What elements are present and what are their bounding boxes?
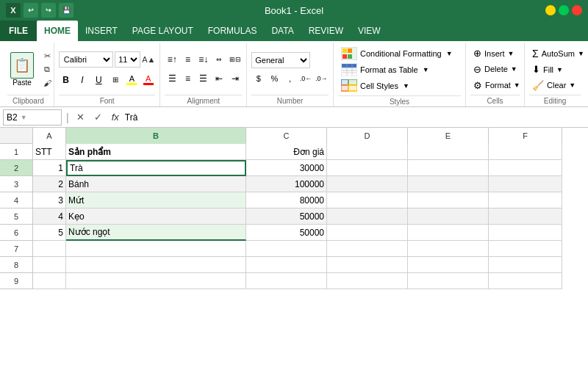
cell-4-d[interactable] <box>327 192 408 208</box>
underline-button[interactable]: U <box>92 72 106 88</box>
align-bottom-btn[interactable]: ≡↓ <box>196 51 210 68</box>
cell-ref-dropdown[interactable]: ▼ <box>21 114 27 121</box>
insert-dropdown[interactable]: ▼ <box>508 50 514 57</box>
cell-3-b[interactable]: Bánh <box>66 176 246 192</box>
cell-reference-box[interactable]: B2 ▼ <box>3 109 62 126</box>
cell-3-c[interactable]: 100000 <box>246 176 327 192</box>
format-painter-button[interactable]: 🖌 <box>40 77 54 89</box>
tab-view[interactable]: VIEW <box>351 21 388 41</box>
font-name-select[interactable]: Calibri <box>59 51 113 68</box>
number-format-select[interactable]: General <box>251 52 310 68</box>
tab-page-layout[interactable]: PAGE LAYOUT <box>125 21 201 41</box>
formula-input[interactable] <box>125 112 585 123</box>
tab-formulas[interactable]: FORMULAS <box>201 21 265 41</box>
insert-cells-button[interactable]: ⊕ Insert ▼ <box>470 46 520 60</box>
maximize-btn[interactable] <box>559 5 569 15</box>
cell-1-e[interactable] <box>408 144 489 160</box>
cell-8-d[interactable] <box>327 257 408 273</box>
decrease-indent-btn[interactable]: ⇤ <box>212 70 226 87</box>
cell-6-e[interactable] <box>408 225 489 241</box>
cell-3-e[interactable] <box>408 176 489 192</box>
cell-2-f[interactable] <box>489 160 562 176</box>
cell-7-c[interactable] <box>246 241 327 257</box>
col-header-f[interactable]: F <box>489 128 562 144</box>
cell-6-c[interactable]: 50000 <box>246 225 327 241</box>
cell-1-c[interactable]: Đơn giá <box>246 144 327 160</box>
cell-7-f[interactable] <box>489 241 562 257</box>
cell-5-d[interactable] <box>327 208 408 225</box>
italic-button[interactable]: I <box>75 72 89 88</box>
cell-8-b[interactable] <box>66 257 246 273</box>
format-dropdown[interactable]: ▼ <box>514 81 520 89</box>
cell-5-b[interactable]: Kẹo <box>66 208 246 225</box>
cell-5-c[interactable]: 50000 <box>246 208 327 225</box>
cell-8-f[interactable] <box>489 257 562 273</box>
cell-5-e[interactable] <box>408 208 489 225</box>
cell-3-a[interactable]: 2 <box>33 176 66 192</box>
align-center-btn[interactable]: ≡ <box>181 70 195 87</box>
border-button[interactable]: ⊞ <box>108 72 122 88</box>
fat-dropdown-icon[interactable]: ▼ <box>423 66 429 73</box>
undo-icon[interactable]: ↩ <box>24 3 38 18</box>
cell-4-a[interactable]: 3 <box>33 192 66 208</box>
minimize-btn[interactable] <box>545 5 556 15</box>
cell-3-d[interactable] <box>327 176 408 192</box>
format-cells-button[interactable]: ⚙ Format ▼ <box>470 79 520 92</box>
cell-6-a[interactable]: 5 <box>33 225 66 241</box>
delete-dropdown[interactable]: ▼ <box>511 65 517 73</box>
cell-9-e[interactable] <box>408 273 489 289</box>
clear-button[interactable]: 🧹 Clear ▼ <box>529 79 581 92</box>
tab-review[interactable]: REVIEW <box>301 21 351 41</box>
cell-5-a[interactable]: 4 <box>33 208 66 225</box>
cell-5-f[interactable] <box>489 208 562 225</box>
cell-8-c[interactable] <box>246 257 327 273</box>
cell-4-c[interactable]: 80000 <box>246 192 327 208</box>
confirm-formula-btn[interactable]: ✓ <box>91 112 106 123</box>
col-header-e[interactable]: E <box>408 128 489 144</box>
cell-6-b[interactable]: Nước ngọt <box>66 225 246 241</box>
increase-indent-btn[interactable]: ⇥ <box>228 70 242 87</box>
cell-6-f[interactable] <box>489 225 562 241</box>
conditional-formatting-button[interactable]: Conditional Formatting ▼ <box>338 46 461 62</box>
cancel-formula-btn[interactable]: ✕ <box>74 112 88 123</box>
font-color-button[interactable]: A <box>141 72 155 88</box>
cell-2-e[interactable] <box>408 160 489 176</box>
copy-button[interactable]: ⧉ <box>40 64 54 76</box>
cf-dropdown-icon[interactable]: ▼ <box>446 50 453 57</box>
cell-2-d[interactable] <box>327 160 408 176</box>
align-right-btn[interactable]: ☰ <box>196 70 210 87</box>
cell-8-a[interactable] <box>33 257 66 273</box>
currency-btn[interactable]: $ <box>251 70 265 87</box>
cell-7-b[interactable] <box>66 241 246 257</box>
cell-1-d[interactable] <box>327 144 408 160</box>
tab-data[interactable]: DATA <box>264 21 301 41</box>
cell-7-e[interactable] <box>408 241 489 257</box>
tab-home[interactable]: HOME <box>37 21 78 41</box>
close-btn[interactable] <box>572 5 582 15</box>
cell-9-c[interactable] <box>246 273 327 289</box>
col-header-a[interactable]: A <box>33 128 66 144</box>
increase-decimal-btn[interactable]: .0→ <box>315 70 329 87</box>
cell-9-d[interactable] <box>327 273 408 289</box>
cell-2-a[interactable]: 1 <box>33 160 66 176</box>
cut-button[interactable]: ✂ <box>40 51 54 62</box>
cell-1-b[interactable]: Sản phẩm <box>66 144 246 160</box>
merge-btn[interactable]: ⊞⊟ <box>228 51 242 68</box>
cell-9-f[interactable] <box>489 273 562 289</box>
percent-btn[interactable]: % <box>268 70 282 87</box>
cell-styles-button[interactable]: Cell Styles ▼ <box>338 78 461 94</box>
paste-button[interactable]: 📋 Paste <box>7 51 37 88</box>
redo-icon[interactable]: ↪ <box>41 3 56 18</box>
col-header-d[interactable]: D <box>327 128 408 144</box>
bold-button[interactable]: B <box>59 72 73 88</box>
col-header-b[interactable]: B <box>66 128 246 144</box>
format-as-table-button[interactable]: Format as Table ▼ <box>338 62 461 78</box>
cell-1-f[interactable] <box>489 144 562 160</box>
cs-dropdown-icon[interactable]: ▼ <box>403 82 409 90</box>
cell-9-b[interactable] <box>66 273 246 289</box>
cell-7-a[interactable] <box>33 241 66 257</box>
delete-cells-button[interactable]: ⊖ Delete ▼ <box>470 62 520 76</box>
align-left-btn[interactable]: ☰ <box>165 70 179 87</box>
wrap-text-btn[interactable]: ⇔ <box>212 51 226 68</box>
cell-4-e[interactable] <box>408 192 489 208</box>
